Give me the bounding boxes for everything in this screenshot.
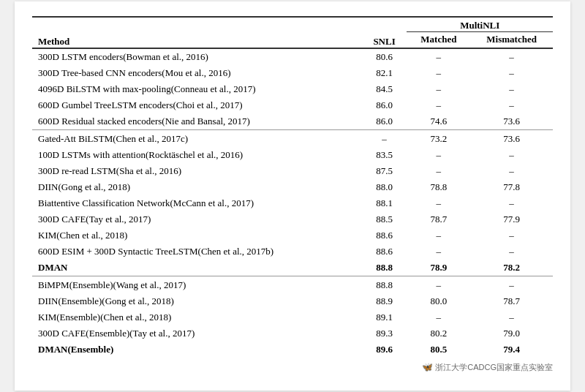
mismatched-cell: – [470, 65, 553, 81]
matched-header: Matched [407, 32, 470, 49]
matched-cell: – [407, 147, 470, 163]
mismatched-cell: – [470, 309, 553, 325]
mismatched-cell: – [470, 147, 553, 163]
method-header: Method [32, 17, 362, 48]
mismatched-cell: 78.7 [470, 293, 553, 309]
matched-cell: 78.7 [407, 211, 470, 227]
snli-cell: 88.6 [362, 244, 407, 260]
matched-cell: – [407, 227, 470, 244]
snli-cell: 86.0 [362, 97, 407, 113]
watermark: 🦋 浙江大学CADCG国家重点实验室 [32, 362, 553, 373]
table-row: 4096D BiLSTM with max-pooling(Conneau et… [32, 81, 553, 97]
table-row: 300D LSTM encoders(Bowman et al., 2016)8… [32, 48, 553, 65]
snli-cell: 88.9 [362, 293, 407, 309]
mismatched-cell: – [470, 81, 553, 97]
table-row: Biattentive Classification Network(McCan… [32, 195, 553, 211]
matched-cell: – [407, 48, 470, 65]
matched-cell: – [407, 195, 470, 211]
method-cell: DIIN(Gong et al., 2018) [32, 179, 362, 195]
snli-cell: 88.8 [362, 276, 407, 294]
table-row: 600D Residual stacked encoders(Nie and B… [32, 113, 553, 130]
snli-cell: 87.5 [362, 163, 407, 179]
table-row: KIM(Chen et al., 2018)88.6–– [32, 227, 553, 244]
mismatched-cell: – [470, 276, 553, 294]
matched-cell: 74.6 [407, 113, 470, 130]
table-row: DMAN(Ensemble)89.680.579.4 [32, 342, 553, 358]
matched-cell: – [407, 244, 470, 260]
table-row: 300D re-read LSTM(Sha et al., 2016)87.5–… [32, 163, 553, 179]
matched-cell: – [407, 97, 470, 113]
snli-cell: 88.1 [362, 195, 407, 211]
mismatched-cell: 73.6 [470, 113, 553, 130]
table-row: 600D Gumbel TreeLSTM encoders(Choi et al… [32, 97, 553, 113]
table-row: 600D ESIM + 300D Syntactic TreeLSTM(Chen… [32, 244, 553, 260]
matched-cell: – [407, 81, 470, 97]
table-row: 300D CAFE(Tay et al., 2017)88.578.777.9 [32, 211, 553, 227]
main-card: Method SNLI MultiNLI Matched Mismatched … [15, 1, 570, 391]
method-cell: Gated-Att BiLSTM(Chen et al., 2017c) [32, 130, 362, 148]
matched-cell: 80.5 [407, 342, 470, 358]
snli-cell: 88.8 [362, 260, 407, 276]
table-row: 300D CAFE(Ensemble)(Tay et al., 2017)89.… [32, 325, 553, 342]
matched-cell: 73.2 [407, 130, 470, 148]
method-cell: 600D ESIM + 300D Syntactic TreeLSTM(Chen… [32, 244, 362, 260]
header-row-top: Method SNLI MultiNLI [32, 17, 553, 32]
mismatched-cell: 77.9 [470, 211, 553, 227]
table-row: Gated-Att BiLSTM(Chen et al., 2017c)–73.… [32, 130, 553, 148]
table-body: 300D LSTM encoders(Bowman et al., 2016)8… [32, 48, 553, 358]
method-cell: KIM(Chen et al., 2018) [32, 227, 362, 244]
snli-cell: – [362, 130, 407, 148]
table-row: KIM(Ensemble)(Chen et al., 2018)89.1–– [32, 309, 553, 325]
method-cell: 300D LSTM encoders(Bowman et al., 2016) [32, 48, 362, 65]
matched-cell: – [407, 65, 470, 81]
matched-cell: 80.0 [407, 293, 470, 309]
method-cell: 300D re-read LSTM(Sha et al., 2016) [32, 163, 362, 179]
snli-cell: 88.6 [362, 227, 407, 244]
mismatched-cell: 79.0 [470, 325, 553, 342]
snli-cell: 84.5 [362, 81, 407, 97]
method-cell: 4096D BiLSTM with max-pooling(Conneau et… [32, 81, 362, 97]
mismatched-cell: – [470, 97, 553, 113]
method-cell: 300D Tree-based CNN encoders(Mou et al.,… [32, 65, 362, 81]
snli-cell: 88.0 [362, 179, 407, 195]
method-cell: DMAN(Ensemble) [32, 342, 362, 358]
mismatched-cell: 77.8 [470, 179, 553, 195]
mismatched-cell: – [470, 195, 553, 211]
matched-cell: – [407, 309, 470, 325]
matched-cell: 78.9 [407, 260, 470, 276]
snli-cell: 89.1 [362, 309, 407, 325]
table-row: DIIN(Gong et al., 2018)88.078.877.8 [32, 179, 553, 195]
mismatched-cell: 78.2 [470, 260, 553, 276]
method-cell: KIM(Ensemble)(Chen et al., 2018) [32, 309, 362, 325]
snli-header: SNLI [362, 17, 407, 48]
snli-cell: 89.3 [362, 325, 407, 342]
snli-cell: 83.5 [362, 147, 407, 163]
table-row: DIIN(Ensemble)(Gong et al., 2018)88.980.… [32, 293, 553, 309]
mismatched-cell: 79.4 [470, 342, 553, 358]
mismatched-cell: – [470, 163, 553, 179]
matched-cell: – [407, 163, 470, 179]
matched-cell: 78.8 [407, 179, 470, 195]
method-cell: BiMPM(Ensemble)(Wang et al., 2017) [32, 276, 362, 294]
table-row: 300D Tree-based CNN encoders(Mou et al.,… [32, 65, 553, 81]
mismatched-cell: – [470, 244, 553, 260]
method-cell: 600D Gumbel TreeLSTM encoders(Choi et al… [32, 97, 362, 113]
results-table: Method SNLI MultiNLI Matched Mismatched … [32, 16, 553, 358]
method-cell: DMAN [32, 260, 362, 276]
snli-cell: 86.0 [362, 113, 407, 130]
snli-cell: 82.1 [362, 65, 407, 81]
matched-cell: – [407, 276, 470, 294]
table-row: DMAN88.878.978.2 [32, 260, 553, 276]
mismatched-cell: – [470, 48, 553, 65]
matched-cell: 80.2 [407, 325, 470, 342]
table-row: BiMPM(Ensemble)(Wang et al., 2017)88.8–– [32, 276, 553, 294]
method-cell: 600D Residual stacked encoders(Nie and B… [32, 113, 362, 130]
method-cell: 300D CAFE(Tay et al., 2017) [32, 211, 362, 227]
multinli-header: MultiNLI [407, 17, 553, 32]
method-cell: 300D CAFE(Ensemble)(Tay et al., 2017) [32, 325, 362, 342]
snli-cell: 80.6 [362, 48, 407, 65]
mismatched-cell: – [470, 227, 553, 244]
snli-cell: 89.6 [362, 342, 407, 358]
method-cell: Biattentive Classification Network(McCan… [32, 195, 362, 211]
mismatched-cell: 73.6 [470, 130, 553, 148]
